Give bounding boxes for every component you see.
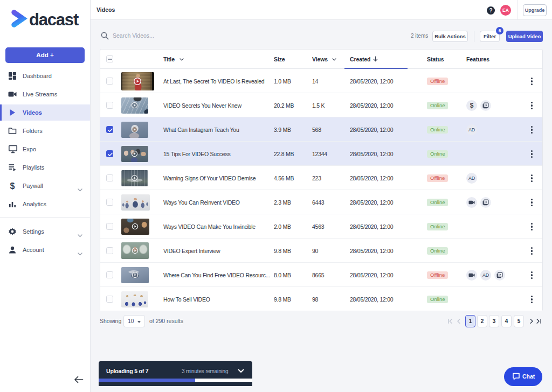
svg-text:dacast: dacast bbox=[29, 10, 79, 29]
svg-text:$: $ bbox=[470, 102, 474, 109]
svg-text:$: $ bbox=[10, 181, 15, 190]
svg-text:AD: AD bbox=[482, 272, 489, 278]
svg-text:AD: AD bbox=[468, 127, 475, 132]
svg-text:AD: AD bbox=[468, 176, 475, 181]
